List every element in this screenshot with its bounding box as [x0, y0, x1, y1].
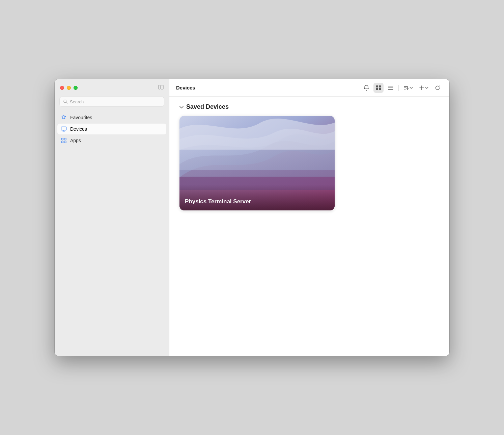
- svg-rect-8: [64, 138, 66, 140]
- sidebar-item-apps-label: Apps: [70, 138, 81, 143]
- section-title-saved-devices: Saved Devices: [186, 103, 229, 110]
- refresh-button[interactable]: [432, 83, 443, 93]
- grid-icon: [61, 137, 67, 144]
- list-view-button[interactable]: [386, 83, 396, 93]
- search-icon: [63, 99, 68, 104]
- section-collapse-icon[interactable]: [179, 104, 184, 110]
- add-chevron-icon: [425, 87, 428, 89]
- section-header-saved-devices: Saved Devices: [179, 103, 439, 110]
- sidebar-item-apps[interactable]: Apps: [57, 135, 166, 146]
- device-card-physics-terminal[interactable]: Physics Terminal Server: [179, 116, 335, 210]
- device-grid: Physics Terminal Server: [179, 116, 439, 210]
- plus-icon: [419, 85, 424, 91]
- bell-icon: [364, 85, 369, 91]
- sidebar-item-devices[interactable]: Devices: [57, 124, 166, 134]
- sort-icon: [403, 85, 409, 91]
- refresh-icon: [435, 85, 440, 91]
- sidebar: Search Favourites Devices: [55, 79, 169, 356]
- toolbar-divider-1: [398, 85, 399, 91]
- search-bar[interactable]: Search: [59, 97, 164, 107]
- sidebar-item-favourites-label: Favourites: [70, 115, 92, 120]
- device-card-name: Physics Terminal Server: [179, 185, 335, 210]
- page-title: Devices: [176, 85, 361, 91]
- svg-rect-9: [61, 141, 63, 143]
- sidebar-item-devices-label: Devices: [70, 126, 87, 132]
- titlebar-sidebar: [55, 79, 169, 97]
- svg-rect-1: [161, 85, 163, 89]
- add-button[interactable]: [417, 84, 430, 92]
- svg-rect-12: [379, 85, 381, 87]
- search-placeholder: Search: [70, 99, 84, 104]
- close-button[interactable]: [60, 86, 64, 90]
- minimize-button[interactable]: [67, 86, 71, 90]
- sidebar-toggle-button[interactable]: [158, 84, 164, 91]
- toolbar-actions: [361, 83, 443, 93]
- list-view-icon: [388, 85, 393, 90]
- star-icon: [61, 114, 67, 121]
- monitor-icon: [61, 126, 67, 132]
- grid-view-icon: [376, 85, 381, 91]
- main-titlebar: Devices: [169, 79, 449, 97]
- svg-rect-7: [61, 138, 63, 140]
- svg-line-3: [66, 102, 67, 104]
- svg-rect-10: [64, 141, 66, 143]
- svg-rect-13: [376, 88, 378, 90]
- sort-chevron-icon: [410, 87, 413, 89]
- grid-view-button[interactable]: [373, 83, 384, 93]
- main-body: Saved Devices: [169, 97, 449, 356]
- app-window: Search Favourites Devices: [55, 79, 449, 356]
- sidebar-nav: Favourites Devices Apps: [55, 112, 169, 146]
- sidebar-item-favourites[interactable]: Favourites: [57, 112, 166, 123]
- notification-button[interactable]: [361, 83, 371, 93]
- sort-button[interactable]: [401, 84, 415, 92]
- svg-rect-4: [61, 127, 66, 130]
- svg-rect-11: [376, 85, 378, 87]
- svg-rect-0: [159, 85, 160, 89]
- maximize-button[interactable]: [74, 86, 78, 90]
- main-content: Devices: [169, 79, 449, 356]
- svg-rect-14: [379, 88, 381, 90]
